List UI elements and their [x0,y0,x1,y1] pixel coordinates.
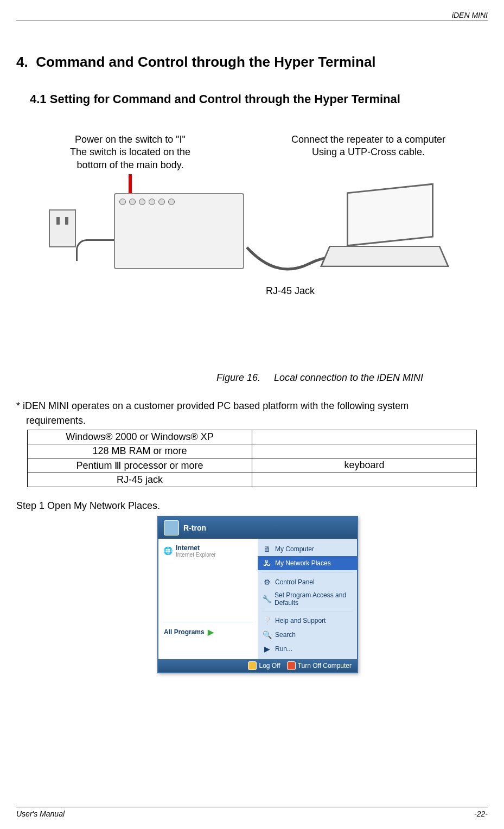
requirements-table: Windows® 2000 or Windows® XP 128 MB RAM … [27,430,477,487]
start-menu-header: R-tron [158,517,357,539]
table-row: RJ-45 jack [28,473,477,487]
start-menu-left-panel: 🌐 Internet Internet Explorer All Program… [158,539,258,659]
turnoff-icon [287,661,296,670]
figure-caption-right: Connect the repeater to a computer Using… [271,133,466,159]
subsection-heading: 4.1 Setting for Command and Control thro… [30,92,488,106]
subsection-number: 4.1 [30,92,47,106]
log-off-button[interactable]: Log Off [248,661,280,670]
page-header: iDEN MINI [16,11,488,21]
search-icon: 🔍 [262,630,272,640]
power-outlet-icon [49,209,76,247]
start-menu-item-internet[interactable]: 🌐 Internet Internet Explorer [158,542,258,560]
start-menu-screenshot: R-tron 🌐 Internet Internet Explorer All … [157,516,358,673]
start-menu-item-my-computer[interactable]: 🖥 My Computer [258,542,357,556]
network-icon: 🖧 [262,558,272,568]
table-row: Pentium Ⅲ processor or more keyboard [28,458,477,473]
figure-caption-left: Power on the switch to "I" The switch is… [49,133,212,171]
start-menu-item-run[interactable]: ▶ Run... [258,642,357,656]
table-row: Windows® 2000 or Windows® XP [28,430,477,444]
triangle-right-icon: ▶ [208,628,214,636]
section-title: Command and Control through the Hyper Te… [36,54,375,70]
figure-caption: Figure 16. Local connection to the iDEN … [152,372,488,384]
control-panel-icon: ⚙ [262,577,272,587]
logoff-icon [248,661,257,670]
start-menu-all-programs[interactable]: All Programs ▶ [158,624,258,640]
jack-label: RJ-45 Jack [266,285,315,297]
turn-off-button[interactable]: Turn Off Computer [287,661,352,670]
repeater-device-icon [114,193,244,269]
page-footer: User's Manual -22- [16,807,488,818]
table-row: 128 MB RAM or more [28,444,477,458]
start-menu-body: 🌐 Internet Internet Explorer All Program… [158,539,357,659]
start-menu-item-my-network-places[interactable]: 🖧 My Network Places [258,556,357,570]
user-avatar-icon [164,520,179,535]
power-cable-icon [76,239,119,261]
requirements-note-line2: requirements. [16,414,488,427]
start-menu-item-program-access[interactable]: 🔧 Set Program Access and Defaults [258,589,357,609]
start-menu-item-control-panel[interactable]: ⚙ Control Panel [258,575,357,589]
footer-page-number: -22- [474,809,488,818]
section-number: 4. [16,54,28,71]
start-menu-item-search[interactable]: 🔍 Search [258,628,357,642]
start-menu-item-help[interactable]: ❔ Help and Support [258,614,357,628]
start-menu-footer: Log Off Turn Off Computer [158,659,357,672]
requirements-note-line1: * iDEN MINI operates on a customer provi… [16,400,488,412]
help-icon: ❔ [262,616,272,626]
computer-icon: 🖥 [262,544,272,554]
subsection-title: Setting for Command and Control through … [50,92,400,106]
step-1-text: Step 1 Open My Network Places. [16,500,488,512]
section-heading: 4. Command and Control through the Hyper… [16,54,488,71]
start-menu-right-panel: 🖥 My Computer 🖧 My Network Places ⚙ Cont… [258,539,357,659]
laptop-icon [325,188,455,285]
doc-title: iDEN MINI [452,11,488,20]
footer-left: User's Manual [16,809,65,818]
figure-diagram: Power on the switch to "I" The switch is… [16,133,488,350]
program-access-icon: 🔧 [262,594,271,604]
ie-icon: 🌐 [163,546,173,556]
run-icon: ▶ [262,644,272,654]
user-name: R-tron [183,524,206,532]
